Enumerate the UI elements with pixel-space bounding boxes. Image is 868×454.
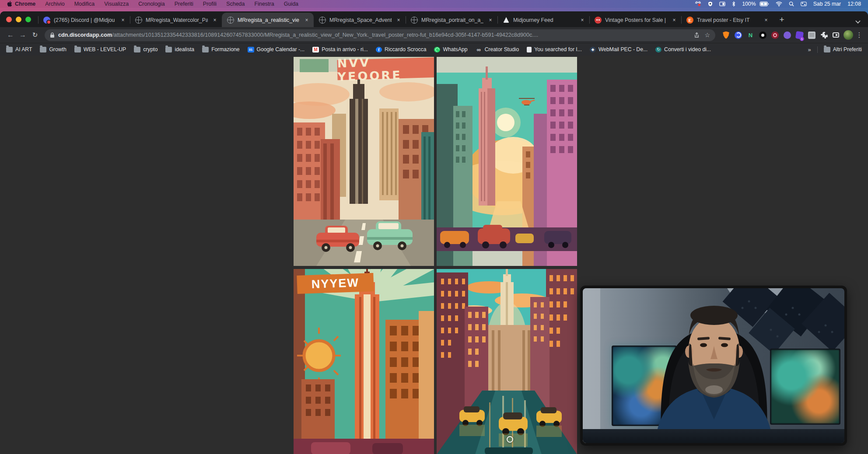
tab-close-icon[interactable]: × <box>763 17 770 24</box>
bookmark-label: You searched for I... <box>534 46 582 52</box>
menu-item[interactable]: Preferiti <box>175 1 193 7</box>
blue-swirl-extension-icon[interactable] <box>735 31 742 39</box>
side-panel-icon[interactable] <box>833 32 839 38</box>
browser-tab[interactable]: MRregista_Space_Advent × <box>314 13 406 27</box>
bookmark-item[interactable]: ↻ Converti i video di... <box>655 46 711 52</box>
browser-toolbar: ← → ↻ cdn.discordapp.com/attachments/101… <box>0 27 868 43</box>
tab-title: MRregista_Watercolor_Pa <box>146 17 208 23</box>
forward-button[interactable]: → <box>17 29 29 41</box>
bookmark-item[interactable]: WEB - LEVEL-UP <box>74 46 126 52</box>
bookmark-icon: ◆ <box>590 47 596 52</box>
bookmark-item[interactable]: ◆ WebMail PEC - De... <box>590 46 648 52</box>
bookmark-item[interactable]: ∞ Creator Studio <box>476 46 519 52</box>
control-center-icon[interactable] <box>801 1 807 7</box>
display-icon[interactable] <box>719 1 725 7</box>
address-bar[interactable]: cdn.discordapp.com/attachments/101351233… <box>45 29 715 41</box>
poster-top-right[interactable] <box>437 57 577 266</box>
chrome-menu-icon[interactable]: ⋮ <box>855 31 864 39</box>
macos-menu-bar: ChromeArchivioModificaVisualizzaCronolog… <box>0 0 868 8</box>
battery-icon[interactable] <box>760 1 769 7</box>
menu-bar-time[interactable]: 12:08 <box>847 1 861 7</box>
tab-close-icon[interactable]: × <box>395 17 402 24</box>
bookmark-item[interactable]: WhatsApp <box>434 46 467 52</box>
poster-bottom-right[interactable] <box>437 269 577 454</box>
purple-circle-extension-icon[interactable] <box>784 31 791 39</box>
spotlight-search-icon[interactable] <box>789 1 794 7</box>
url-path: /attachments/1013512335442333816/1089142… <box>112 32 538 38</box>
bookmark-item[interactable]: AI ART <box>6 46 32 52</box>
menu-item[interactable]: Modifica <box>74 1 95 7</box>
bookmark-item[interactable]: M Posta in arrivo - ri... <box>312 46 368 52</box>
poster-top-left[interactable]: NVV YEOORE <box>294 57 434 266</box>
bookmarks-right-cluster: »Altri Preferiti <box>808 46 862 53</box>
password-key-extension-icon[interactable] <box>771 31 779 39</box>
shield-icon[interactable] <box>708 1 713 7</box>
close-window-button[interactable] <box>6 17 12 22</box>
bookmark-star-icon[interactable]: ☆ <box>704 31 710 38</box>
menu-item[interactable]: Archivio <box>45 1 64 7</box>
minimize-window-button[interactable] <box>16 17 21 22</box>
tab-close-icon[interactable]: × <box>303 17 310 24</box>
reload-button[interactable]: ↻ <box>29 29 41 41</box>
menu-item[interactable]: Cronologia <box>138 1 164 7</box>
poster-bottom-left[interactable]: NYYEW <box>294 269 434 454</box>
browser-tab[interactable]: MRregista_a_realistic_vie × <box>222 13 314 27</box>
screen-recording-icon[interactable] <box>695 1 701 7</box>
menu-item[interactable]: Guida <box>284 1 298 7</box>
menu-item[interactable]: Profili <box>203 1 217 7</box>
fullscreen-window-button[interactable] <box>25 17 31 22</box>
other-bookmarks-folder[interactable]: Altri Preferiti <box>824 46 862 52</box>
bookmark-item[interactable]: Formazione <box>202 46 239 52</box>
url-domain: cdn.discordapp.com <box>58 32 112 38</box>
tab-search-chevron-icon[interactable] <box>856 18 860 23</box>
share-icon[interactable] <box>694 32 699 38</box>
lock-icon <box>50 32 55 38</box>
browser-tab[interactable]: MRregista_portrait_on_a_ × <box>406 13 497 27</box>
bookmark-item[interactable]: Growth <box>40 46 66 52</box>
folder-icon <box>824 47 830 52</box>
extensions-row: N 5 <box>722 31 839 39</box>
green-n-extension-icon[interactable]: N <box>747 31 754 39</box>
bookmark-item[interactable]: You searched for I... <box>527 46 582 52</box>
tab-close-icon[interactable]: × <box>211 17 218 24</box>
tab-close-icon[interactable]: × <box>119 17 126 24</box>
browser-tab[interactable]: Midjourney Feed × <box>497 13 589 27</box>
wifi-icon[interactable] <box>776 1 782 7</box>
metamask-extension-icon[interactable] <box>722 31 730 39</box>
browser-tab[interactable]: E Travel poster - Etsy IT × <box>681 13 773 27</box>
purple-blob-extension-icon[interactable]: 5 <box>795 31 804 39</box>
grid-extension-icon[interactable] <box>808 31 816 39</box>
profile-avatar[interactable] <box>844 30 853 40</box>
bookmark-icon <box>6 47 13 52</box>
tab-favicon: E <box>686 17 693 24</box>
menu-bar-date[interactable]: Sab 25 mar <box>813 1 841 7</box>
apple-menu-icon[interactable] <box>7 1 12 7</box>
tab-favicon <box>595 17 602 24</box>
page-content: NVV YEOORE <box>0 56 868 454</box>
menu-item[interactable]: Scheda <box>226 1 245 7</box>
battery-percentage: 100% <box>742 1 756 7</box>
bluetooth-icon[interactable] <box>732 1 735 7</box>
back-button[interactable]: ← <box>4 29 17 41</box>
black-circle-extension-icon[interactable] <box>759 31 766 39</box>
tab-close-icon[interactable]: × <box>671 17 678 24</box>
bookmark-icon <box>434 47 440 52</box>
bookmark-icon <box>134 47 140 52</box>
menu-item[interactable]: Finestra <box>255 1 274 7</box>
new-tab-button[interactable]: + <box>776 14 788 26</box>
bookmark-item[interactable]: 31 Google Calendar -... <box>248 46 305 52</box>
bookmark-item[interactable]: f Riccardo Scrocca <box>376 46 427 52</box>
poster-title-banner: NYYEW <box>297 273 374 294</box>
tab-close-icon[interactable]: × <box>487 17 494 24</box>
tab-favicon <box>411 17 418 24</box>
bookmark-item[interactable]: crypto <box>134 46 158 52</box>
bookmark-item[interactable]: idealista <box>165 46 194 52</box>
browser-tab[interactable]: MRregista_Watercolor_Pa × <box>130 13 222 27</box>
extensions-puzzle-icon[interactable] <box>820 31 828 39</box>
menu-item[interactable]: Chrome <box>15 1 35 7</box>
menu-item[interactable]: Visualizza <box>104 1 129 7</box>
browser-tab[interactable]: Vintage Posters for Sale | × <box>589 13 681 27</box>
bookmarks-overflow-icon[interactable]: » <box>808 46 811 53</box>
browser-tab[interactable]: (2765) Discord | @Midjou × <box>38 13 130 27</box>
tab-close-icon[interactable]: × <box>579 17 586 24</box>
